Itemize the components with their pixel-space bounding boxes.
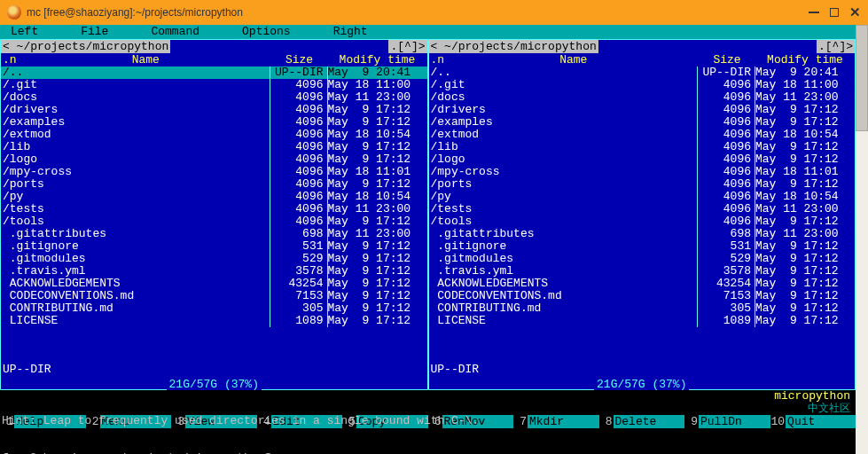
file-row[interactable]: /.git4096May 18 11:00: [429, 79, 856, 91]
scrollbar-thumb[interactable]: [856, 25, 868, 131]
left-panel-arrows[interactable]: .[^]>: [388, 40, 426, 53]
col-n-header[interactable]: .n: [429, 53, 449, 67]
file-row[interactable]: ACKNOWLEDGEMENTS43254May 9 17:12: [429, 278, 856, 290]
col-name-header[interactable]: Name: [449, 53, 700, 67]
file-name: /py: [429, 191, 698, 203]
left-path[interactable]: < ~/projects/micropython: [1, 40, 170, 53]
col-size-header[interactable]: Size: [271, 53, 328, 67]
file-mtime: May 9 17:12: [755, 215, 855, 228]
file-row[interactable]: .travis.yml3578May 9 17:12: [429, 265, 856, 278]
file-size: 4096: [270, 215, 327, 228]
file-row[interactable]: /tools4096May 9 17:12: [429, 215, 856, 228]
file-row[interactable]: /examples4096May 9 17:12: [1, 116, 427, 129]
file-row[interactable]: /..UP--DIRMay 9 20:41: [429, 67, 856, 79]
file-row[interactable]: /drivers4096May 9 17:12: [429, 104, 856, 116]
file-row[interactable]: .gitignore531May 9 17:12: [429, 240, 856, 253]
file-row[interactable]: /ports4096May 9 17:12: [429, 178, 856, 191]
right-footer: UP--DIR: [429, 363, 856, 376]
file-size: UP--DIR: [270, 67, 327, 79]
file-row[interactable]: /logo4096May 9 17:12: [1, 153, 427, 166]
menu-command[interactable]: Command: [151, 25, 199, 39]
file-mtime: May 9 20:41: [328, 67, 427, 79]
minimize-button[interactable]: [809, 12, 819, 13]
menu-file[interactable]: File: [81, 25, 108, 39]
scrollbar[interactable]: [856, 25, 868, 454]
close-button[interactable]: ✕: [849, 4, 861, 20]
file-row[interactable]: /lib4096May 9 17:12: [1, 141, 427, 153]
file-row[interactable]: /examples4096May 9 17:12: [429, 116, 856, 129]
file-name: /tests: [1, 203, 270, 215]
file-row[interactable]: LICENSE1089May 9 17:12: [429, 315, 856, 327]
maximize-button[interactable]: [830, 8, 839, 17]
file-row[interactable]: /extmod4096May 18 10:54: [429, 129, 856, 141]
file-mtime: May 9 17:12: [328, 290, 427, 302]
file-row[interactable]: CODECONVENTIONS.md7153May 9 17:12: [1, 290, 427, 302]
col-name-header[interactable]: Name: [20, 53, 271, 67]
file-row[interactable]: /py4096May 18 10:54: [1, 191, 427, 203]
left-file-list[interactable]: /..UP--DIRMay 9 20:41/.git4096May 18 11:…: [1, 67, 427, 363]
col-mtime-header[interactable]: Modify time: [755, 53, 855, 67]
file-mtime: May 9 17:12: [328, 240, 427, 253]
left-column-headers: .n Name Size Modify time: [1, 53, 427, 67]
menu-options[interactable]: Options: [242, 25, 291, 39]
file-row[interactable]: /mpy-cross4096May 18 11:01: [1, 166, 427, 178]
right-panel-arrows[interactable]: .[^]>: [817, 40, 855, 53]
menu-left[interactable]: Left: [11, 25, 38, 39]
file-size: 4096: [270, 79, 327, 91]
file-row[interactable]: .gitignore531May 9 17:12: [1, 240, 427, 253]
file-row[interactable]: /..UP--DIRMay 9 20:41: [1, 67, 427, 79]
file-mtime: May 18 11:01: [328, 166, 427, 178]
file-name: .gitattributes: [1, 228, 270, 240]
file-size: 7153: [698, 290, 755, 302]
file-name: /tools: [429, 215, 698, 228]
file-row[interactable]: /py4096May 18 10:54: [429, 191, 856, 203]
file-row[interactable]: /drivers4096May 9 17:12: [1, 104, 427, 116]
right-file-list[interactable]: /..UP--DIRMay 9 20:41/.git4096May 18 11:…: [429, 67, 856, 363]
col-size-header[interactable]: Size: [699, 53, 755, 67]
file-row[interactable]: /tests4096May 11 23:00: [1, 203, 427, 215]
file-mtime: May 18 10:54: [328, 129, 427, 141]
file-row[interactable]: .gitattributes698May 11 23:00: [1, 228, 427, 240]
info-bar: Hint: Leap to frequently used directorie…: [0, 390, 856, 415]
file-mtime: May 9 17:12: [328, 104, 427, 116]
file-mtime: May 18 11:01: [755, 166, 855, 178]
file-row[interactable]: /ports4096May 9 17:12: [1, 178, 427, 191]
file-name: /logo: [429, 153, 698, 166]
col-mtime-header[interactable]: Modify time: [328, 53, 427, 67]
file-size: 4096: [270, 91, 327, 104]
file-row[interactable]: /mpy-cross4096May 18 11:01: [429, 166, 856, 178]
file-row[interactable]: .gitmodules529May 9 17:12: [429, 253, 856, 265]
file-row[interactable]: /tests4096May 11 23:00: [429, 203, 856, 215]
file-name: /..: [1, 67, 270, 79]
file-name: /logo: [1, 153, 270, 166]
file-row[interactable]: /extmod4096May 18 10:54: [1, 129, 427, 141]
file-row[interactable]: .travis.yml3578May 9 17:12: [1, 265, 427, 278]
file-row[interactable]: /tools4096May 9 17:12: [1, 215, 427, 228]
file-row[interactable]: .gitmodules529May 9 17:12: [1, 253, 427, 265]
file-mtime: May 9 17:12: [328, 253, 427, 265]
col-n-header[interactable]: .n: [1, 53, 20, 67]
window-titlebar: mc [free@shaoziyang]:~/projects/micropyt…: [0, 0, 868, 25]
file-row[interactable]: CODECONVENTIONS.md7153May 9 17:12: [429, 290, 856, 302]
file-row[interactable]: /docs4096May 11 23:00: [429, 91, 856, 104]
file-row[interactable]: /docs4096May 11 23:00: [1, 91, 427, 104]
file-row[interactable]: .gitattributes698May 11 23:00: [429, 228, 856, 240]
file-name: /.git: [1, 79, 270, 91]
file-mtime: May 18 11:00: [328, 79, 427, 91]
file-row[interactable]: CONTRIBUTING.md305May 9 17:12: [429, 302, 856, 315]
file-size: 4096: [698, 141, 755, 153]
file-name: LICENSE: [429, 315, 698, 327]
file-row[interactable]: /logo4096May 9 17:12: [429, 153, 856, 166]
file-mtime: May 9 17:12: [328, 116, 427, 129]
file-row[interactable]: ACKNOWLEDGEMENTS43254May 9 17:12: [1, 278, 427, 290]
file-row[interactable]: LICENSE1089May 9 17:12: [1, 315, 427, 327]
menu-right[interactable]: Right: [333, 25, 368, 39]
file-row[interactable]: CONTRIBUTING.md305May 9 17:12: [1, 302, 427, 315]
right-path[interactable]: < ~/projects/micropython: [429, 40, 598, 53]
file-size: 529: [698, 253, 755, 265]
file-name: ACKNOWLEDGEMENTS: [1, 278, 270, 290]
file-row[interactable]: /lib4096May 9 17:12: [429, 141, 856, 153]
file-size: 4096: [270, 141, 327, 153]
file-row[interactable]: /.git4096May 18 11:00: [1, 79, 427, 91]
file-mtime: May 9 17:12: [755, 178, 855, 191]
